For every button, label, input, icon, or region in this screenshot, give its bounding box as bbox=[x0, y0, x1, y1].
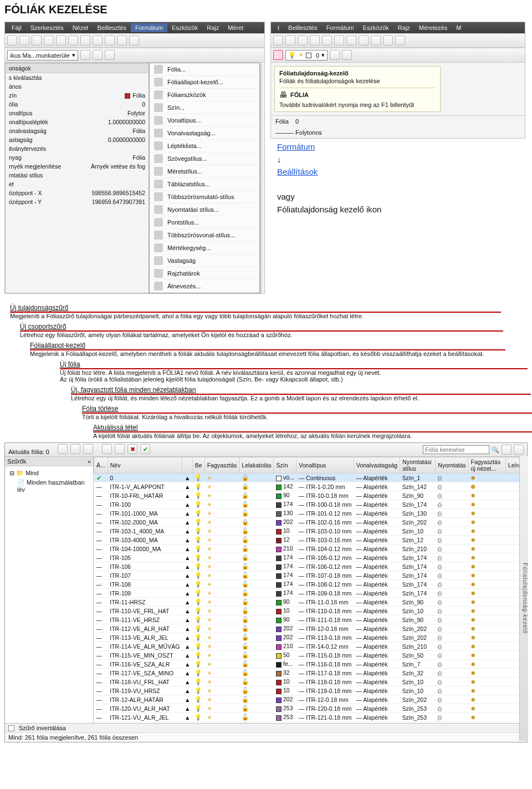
search-icon[interactable]: 🔍 bbox=[492, 446, 499, 454]
color-cell[interactable]: 142 bbox=[274, 722, 296, 724]
lineweight-cell[interactable]: — Alapérték bbox=[354, 474, 400, 482]
menu-item[interactable]: Fóliaeszközök bbox=[150, 89, 259, 101]
toolbar-icon[interactable] bbox=[383, 35, 393, 45]
lineweight-cell[interactable]: — Alapérték bbox=[354, 544, 400, 553]
plotstyle-cell[interactable]: Szín_202 bbox=[400, 624, 436, 633]
layer-row[interactable]: —ITR-101-1000_MA▲💡☀🔓130— ITR-101-0.12 mm… bbox=[94, 509, 527, 518]
prop-row[interactable]: mtatási stílus bbox=[6, 171, 149, 180]
color-cell[interactable]: 10 bbox=[274, 527, 296, 536]
menu-item[interactable]: Szövegstílus... bbox=[150, 152, 259, 165]
plotstyle-cell[interactable]: Szín_10 bbox=[400, 686, 436, 695]
new-vp-freeze[interactable]: ✷ bbox=[468, 678, 505, 686]
color-cell[interactable]: 90 bbox=[274, 615, 296, 624]
toolbar-icon[interactable] bbox=[322, 35, 332, 45]
new-vp-freeze[interactable]: ✷ bbox=[468, 615, 505, 624]
freeze-toggle[interactable]: ☀ bbox=[204, 500, 239, 509]
plot-toggle[interactable]: ⎙ bbox=[436, 562, 468, 571]
plotstyle-cell[interactable]: Szín_174 bbox=[400, 562, 436, 571]
new-vp-freeze[interactable]: ✷ bbox=[468, 651, 505, 660]
plot-toggle[interactable]: ⎙ bbox=[436, 474, 468, 482]
freeze-toggle[interactable]: ☀ bbox=[204, 589, 239, 598]
lock-toggle[interactable]: 🔓 bbox=[239, 589, 274, 598]
menu-item[interactable]: Rajzhatárok bbox=[150, 267, 259, 280]
linetype-cell[interactable]: — ITR-106-0.12 mm bbox=[296, 562, 354, 571]
tree-node-used[interactable]: 📄 Minden használatban lév bbox=[7, 478, 91, 494]
lineweight-cell[interactable]: — Alapérték bbox=[354, 713, 400, 722]
plotstyle-cell[interactable]: Szín_12 bbox=[400, 536, 436, 544]
layer-row[interactable]: —ITR-116-VE_SZA_ALR▲💡☀🔓fe...— ITR-116-0.… bbox=[94, 660, 527, 669]
toolbar-icon[interactable] bbox=[117, 35, 127, 45]
on-toggle[interactable]: 💡 bbox=[192, 553, 204, 562]
plotstyle-cell[interactable]: Szín_142 bbox=[400, 722, 436, 724]
new-vp-freeze[interactable]: ✷ bbox=[468, 518, 505, 527]
color-cell[interactable]: 253 bbox=[274, 704, 296, 713]
lock-toggle[interactable]: 🔒 bbox=[239, 518, 274, 527]
prop-row[interactable]: et bbox=[6, 180, 149, 189]
freeze-toggle[interactable]: ☀ bbox=[204, 580, 239, 589]
menu-item[interactable]: Többszörösmutató-stílus bbox=[150, 191, 259, 203]
lineweight-cell[interactable]: — Alapérték bbox=[354, 651, 400, 660]
lineweight-cell[interactable]: — Alapérték bbox=[354, 518, 400, 527]
lineweight-cell[interactable]: — Alapérték bbox=[354, 695, 400, 704]
plot-toggle[interactable]: ⎙ bbox=[436, 553, 468, 562]
layer-row[interactable]: —ITR-12-ALR_HATÁR▲💡☀🔓202— ITR-12-0.18 mm… bbox=[94, 695, 527, 704]
color-cell[interactable]: 174 bbox=[274, 562, 296, 571]
toolbar-icon[interactable] bbox=[80, 35, 90, 45]
color-cell[interactable]: 10 bbox=[274, 678, 296, 686]
plot-toggle[interactable]: ⎙ bbox=[436, 651, 468, 660]
layer-grid[interactable]: Á...NévBeFagyasztásLelakatolásSzínVonalt… bbox=[94, 457, 527, 723]
color-cell[interactable]: 253 bbox=[274, 713, 296, 722]
prop-row[interactable]: zínFólia bbox=[6, 91, 149, 100]
plotstyle-cell[interactable]: Szín_32 bbox=[400, 669, 436, 678]
color-cell[interactable]: 174 bbox=[274, 553, 296, 562]
lock-toggle[interactable]: 🔓 bbox=[239, 536, 274, 544]
layer-row[interactable]: —ITR-110-VE_FRL_HAT▲💡☀🔓10— ITR-110-0.18 … bbox=[94, 607, 527, 615]
linetype-cell[interactable]: — Continuous bbox=[296, 474, 354, 482]
plotstyle-cell[interactable]: Szín_202 bbox=[400, 633, 436, 642]
color-cell[interactable]: 202 bbox=[274, 518, 296, 527]
lock-toggle[interactable]: 🔓 bbox=[239, 509, 274, 518]
lock-toggle[interactable]: 🔓 bbox=[239, 598, 274, 607]
color-cell[interactable]: 32 bbox=[274, 669, 296, 678]
new-vp-freeze[interactable]: ✷ bbox=[468, 509, 505, 518]
linetype-cell[interactable]: — ITR-1-0.20 mm bbox=[296, 482, 354, 491]
new-vp-freeze[interactable]: ✷ bbox=[468, 589, 505, 598]
layer-row[interactable]: —ITR-10-FRL_HATÁR▲💡☀🔒90— ITR-10-0.18 mm—… bbox=[94, 491, 527, 500]
freeze-toggle[interactable]: ☀ bbox=[204, 482, 239, 491]
new-vp-freeze[interactable]: ✷ bbox=[468, 660, 505, 669]
linetype-cell[interactable]: — ITR-121-0.18 mm bbox=[296, 713, 354, 722]
prop-row[interactable]: itványtervezés bbox=[6, 144, 149, 153]
on-toggle[interactable]: 💡 bbox=[192, 527, 204, 536]
plotstyle-cell[interactable]: Szín_130 bbox=[400, 509, 436, 518]
on-toggle[interactable]: 💡 bbox=[192, 624, 204, 633]
on-toggle[interactable]: 💡 bbox=[192, 651, 204, 660]
menu-item[interactable]: Formátum bbox=[322, 23, 359, 32]
new-vp-freeze[interactable]: ✷ bbox=[468, 571, 505, 580]
plot-toggle[interactable]: ⎙ bbox=[436, 598, 468, 607]
plotstyle-cell[interactable]: Szín_253 bbox=[400, 704, 436, 713]
layer-row[interactable]: —ITR-122-VU_ALR_MŰVÁG▲💡☀🔓142— ITR-122-0.… bbox=[94, 722, 527, 724]
toolbar-icon[interactable] bbox=[285, 35, 295, 45]
toolbar-icon[interactable] bbox=[44, 35, 54, 45]
linetype-cell[interactable]: — ITR-10-0.18 mm bbox=[296, 491, 354, 500]
lock-toggle[interactable]: 🔓 bbox=[239, 704, 274, 713]
plot-toggle[interactable]: ⎙ bbox=[436, 678, 468, 686]
menu-item[interactable]: Vonaltípus... bbox=[150, 114, 259, 127]
linetype-cell[interactable]: — ITR-122-0.18 mm bbox=[296, 722, 354, 724]
linetype-cell[interactable]: — ITR-104-0.12 mm bbox=[296, 544, 354, 553]
freeze-toggle[interactable]: ☀ bbox=[204, 562, 239, 571]
linetype-cell[interactable]: — ITR-115-0.18 mm bbox=[296, 651, 354, 660]
plot-toggle[interactable]: ⎙ bbox=[436, 500, 468, 509]
new-vp-freeze[interactable]: ✷ bbox=[468, 491, 505, 500]
lineweight-cell[interactable]: — Alapérték bbox=[354, 624, 400, 633]
toolbar-icon[interactable] bbox=[371, 35, 381, 45]
menu-item[interactable]: Rajz bbox=[202, 23, 223, 32]
menu-item[interactable]: t bbox=[273, 23, 284, 32]
menu-item[interactable]: Szerkesztés bbox=[26, 23, 68, 32]
new-property-filter-button[interactable] bbox=[58, 444, 68, 454]
plot-toggle[interactable]: ⎙ bbox=[436, 695, 468, 704]
workspace-combo[interactable]: ikus Ma...munkaterüle ▾ bbox=[7, 50, 78, 60]
plot-toggle[interactable]: ⎙ bbox=[436, 491, 468, 500]
color-cell[interactable]: 202 bbox=[274, 695, 296, 704]
toolbar-icon[interactable] bbox=[80, 50, 90, 60]
